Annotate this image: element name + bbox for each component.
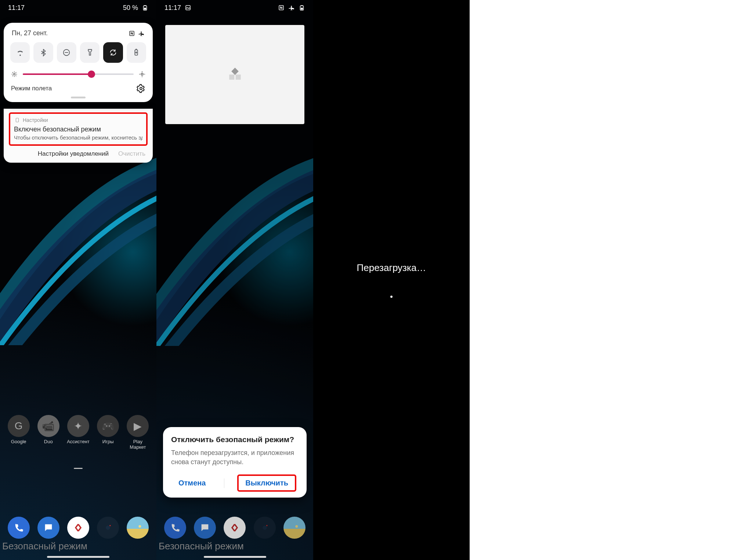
qs-tile-battery-saver[interactable] — [127, 42, 146, 63]
reboot-label: Перезагрузка… — [357, 262, 426, 274]
battery-icon — [142, 4, 148, 11]
phone-screenshot-2: 11:17 Отключ — [156, 0, 313, 560]
svg-rect-37 — [231, 68, 239, 75]
gesture-nav-bar[interactable] — [47, 556, 109, 558]
dock-browser[interactable] — [65, 517, 91, 539]
qs-top-status-icons — [129, 30, 145, 37]
svg-rect-30 — [186, 6, 190, 10]
app-google[interactable]: GGoogle — [6, 415, 32, 450]
app-drawer-handle[interactable] — [74, 468, 83, 469]
app-games[interactable]: 🎮Игры — [95, 415, 121, 450]
notification-card: Настройки Включен безопасный режим Чтобы… — [4, 109, 153, 163]
reboot-screen: Перезагрузка… — [313, 0, 470, 560]
qs-tile-rotation[interactable] — [103, 42, 123, 63]
gesture-nav-bar[interactable] — [204, 556, 266, 558]
svg-point-27 — [106, 525, 110, 530]
dock-phone[interactable] — [6, 517, 32, 539]
brightness-auto-icon[interactable]: A — [139, 71, 145, 77]
status-battery-pct: 50 % — [123, 4, 138, 12]
battery-icon — [299, 4, 305, 11]
svg-line-16 — [16, 76, 16, 76]
dock-contacts[interactable] — [124, 517, 151, 539]
svg-rect-2 — [144, 8, 146, 10]
qs-tile-bluetooth[interactable] — [33, 42, 53, 63]
svg-rect-36 — [235, 75, 241, 80]
svg-line-17 — [12, 76, 13, 76]
notification-body: Чтобы отключить безопасный режим, коснит… — [14, 134, 142, 141]
svg-line-18 — [16, 72, 16, 73]
placeholder-icon — [227, 67, 243, 82]
status-time: 11:17 — [8, 4, 25, 12]
notification-settings-button[interactable]: Настройки уведомлений — [38, 150, 109, 158]
recent-app-card[interactable] — [165, 25, 304, 124]
notification-title: Включен безопасный режим — [14, 126, 142, 133]
notification-highlighted[interactable]: Настройки Включен безопасный режим Чтобы… — [9, 112, 148, 146]
dock-messages[interactable] — [35, 517, 62, 539]
svg-text:A: A — [141, 73, 142, 75]
notification-app-name: Настройки — [23, 117, 48, 123]
screenshot-indicator-icon — [185, 4, 191, 11]
svg-line-15 — [12, 72, 13, 73]
svg-rect-34 — [301, 8, 303, 10]
qs-tile-dnd[interactable] — [57, 42, 76, 63]
dialog-confirm-button[interactable]: Выключить — [237, 474, 296, 492]
nfc-icon — [278, 4, 285, 11]
qs-mode-label: Режим полета — [11, 85, 52, 92]
dock — [0, 517, 156, 539]
dialog-title: Отключить безопасный режим? — [171, 435, 299, 444]
quick-settings-tiles — [10, 42, 147, 69]
dialog-separator — [224, 478, 224, 488]
notification-clear-button[interactable]: Очистить — [118, 150, 145, 158]
app-play-market[interactable]: ▶Play Маркет — [124, 415, 151, 450]
nfc-icon — [129, 30, 135, 37]
dialog-cancel-button[interactable]: Отмена — [173, 477, 211, 489]
svg-point-28 — [109, 525, 111, 526]
app-assistant[interactable]: ✦Ассистент — [65, 415, 91, 450]
svg-point-25 — [140, 87, 142, 90]
svg-rect-35 — [229, 75, 234, 80]
dialog-body: Телефон перезагрузится, и приложения сно… — [171, 448, 299, 466]
dock-camera[interactable] — [95, 517, 121, 539]
app-settings-icon — [14, 117, 21, 123]
svg-rect-26 — [16, 118, 19, 122]
home-apps-row: GGoogle 📹Duo ✦Ассистент 🎮Игры ▶Play Марк… — [0, 415, 156, 450]
phone-screenshot-3: Перезагрузка… — [313, 0, 470, 560]
airplane-icon — [138, 30, 145, 37]
safe-mode-watermark: Безопасный режим — [159, 541, 244, 552]
app-duo[interactable]: 📹Duo — [35, 415, 62, 450]
reboot-spinner — [390, 296, 393, 298]
brightness-track[interactable] — [23, 73, 134, 75]
blank-panel — [470, 0, 752, 560]
brightness-low-icon — [11, 71, 18, 77]
status-bar: 11:17 — [156, 0, 313, 15]
svg-point-29 — [139, 525, 141, 528]
qs-date: Пн, 27 сент. — [12, 29, 48, 37]
qs-tile-flashlight[interactable] — [80, 42, 100, 63]
settings-gear-icon[interactable] — [137, 84, 145, 93]
status-bar: 11:17 50 % — [0, 0, 156, 15]
qs-tile-wifi[interactable] — [10, 42, 30, 63]
status-time: 11:17 — [164, 4, 181, 12]
safe-mode-watermark: Безопасный режим — [2, 541, 87, 552]
phone-screenshot-1: 11:17 50 % Пн, 27 сент. — [0, 0, 156, 560]
quick-settings-panel: Пн, 27 сент. — [4, 23, 153, 102]
confirm-dialog: Отключить безопасный режим? Телефон пере… — [163, 427, 307, 498]
svg-point-10 — [14, 73, 15, 75]
brightness-slider[interactable]: A — [10, 69, 147, 84]
qs-drag-handle[interactable] — [71, 97, 86, 98]
airplane-icon — [288, 4, 295, 11]
